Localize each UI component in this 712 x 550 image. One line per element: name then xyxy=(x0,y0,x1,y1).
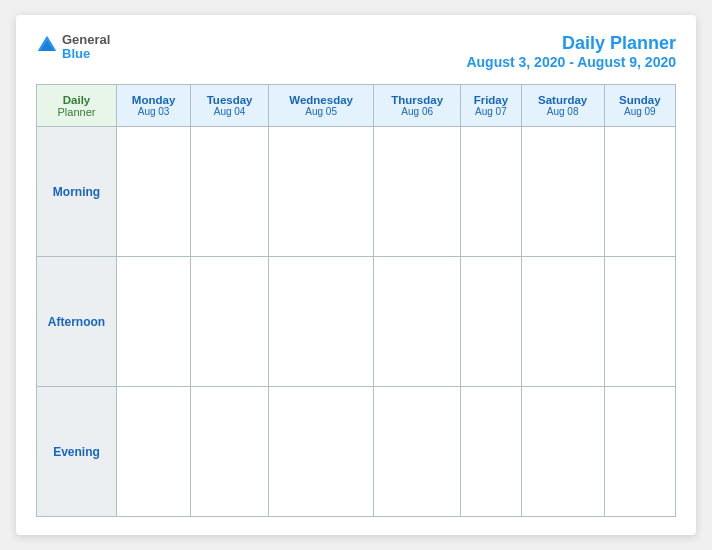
calendar-row: Afternoon xyxy=(37,257,676,387)
day-date: Aug 09 xyxy=(607,106,673,117)
cell-evening-sunday[interactable] xyxy=(604,387,675,517)
logo-text: General Blue xyxy=(62,33,110,62)
day-header-sunday: SundayAug 09 xyxy=(604,85,675,127)
cell-morning-tuesday[interactable] xyxy=(191,127,269,257)
cell-morning-saturday[interactable] xyxy=(521,127,604,257)
day-date: Aug 04 xyxy=(193,106,266,117)
header: General Blue Daily Planner August 3, 202… xyxy=(36,33,676,70)
day-name: Saturday xyxy=(524,94,602,106)
day-header-thursday: ThursdayAug 06 xyxy=(374,85,461,127)
cell-evening-friday[interactable] xyxy=(461,387,522,517)
cell-afternoon-sunday[interactable] xyxy=(604,257,675,387)
row-label-afternoon: Afternoon xyxy=(37,257,117,387)
cell-afternoon-tuesday[interactable] xyxy=(191,257,269,387)
day-name: Friday xyxy=(463,94,519,106)
row-label-evening: Evening xyxy=(37,387,117,517)
day-date: Aug 08 xyxy=(524,106,602,117)
logo-blue: Blue xyxy=(62,47,110,61)
day-header-saturday: SaturdayAug 08 xyxy=(521,85,604,127)
row-label-morning: Morning xyxy=(37,127,117,257)
day-name: Monday xyxy=(119,94,188,106)
planner-title: Daily Planner xyxy=(466,33,676,54)
day-date: Aug 06 xyxy=(376,106,458,117)
cell-morning-friday[interactable] xyxy=(461,127,522,257)
cell-morning-thursday[interactable] xyxy=(374,127,461,257)
title-block: Daily Planner August 3, 2020 - August 9,… xyxy=(466,33,676,70)
day-header-tuesday: TuesdayAug 04 xyxy=(191,85,269,127)
calendar-row: Morning xyxy=(37,127,676,257)
logo: General Blue xyxy=(36,33,110,62)
cell-evening-thursday[interactable] xyxy=(374,387,461,517)
cell-afternoon-wednesday[interactable] xyxy=(269,257,374,387)
logo-general: General xyxy=(62,33,110,47)
label-column-header: Daily Planner xyxy=(37,85,117,127)
cell-morning-wednesday[interactable] xyxy=(269,127,374,257)
cell-afternoon-thursday[interactable] xyxy=(374,257,461,387)
cell-evening-tuesday[interactable] xyxy=(191,387,269,517)
day-name: Thursday xyxy=(376,94,458,106)
day-header-wednesday: WednesdayAug 05 xyxy=(269,85,374,127)
calendar-table: Daily Planner MondayAug 03TuesdayAug 04W… xyxy=(36,84,676,517)
cell-evening-saturday[interactable] xyxy=(521,387,604,517)
cell-evening-monday[interactable] xyxy=(117,387,191,517)
calendar-row: Evening xyxy=(37,387,676,517)
cell-morning-monday[interactable] xyxy=(117,127,191,257)
label-col-bottom: Planner xyxy=(39,106,114,118)
day-header-friday: FridayAug 07 xyxy=(461,85,522,127)
cell-evening-wednesday[interactable] xyxy=(269,387,374,517)
day-date: Aug 03 xyxy=(119,106,188,117)
day-name: Sunday xyxy=(607,94,673,106)
cell-morning-sunday[interactable] xyxy=(604,127,675,257)
header-row: Daily Planner MondayAug 03TuesdayAug 04W… xyxy=(37,85,676,127)
generalblue-icon xyxy=(36,34,58,56)
page: General Blue Daily Planner August 3, 202… xyxy=(16,15,696,535)
day-date: Aug 05 xyxy=(271,106,371,117)
label-col-top: Daily xyxy=(39,94,114,106)
day-date: Aug 07 xyxy=(463,106,519,117)
cell-afternoon-friday[interactable] xyxy=(461,257,522,387)
day-name: Wednesday xyxy=(271,94,371,106)
day-name: Tuesday xyxy=(193,94,266,106)
cell-afternoon-monday[interactable] xyxy=(117,257,191,387)
day-header-monday: MondayAug 03 xyxy=(117,85,191,127)
cell-afternoon-saturday[interactable] xyxy=(521,257,604,387)
planner-dates: August 3, 2020 - August 9, 2020 xyxy=(466,54,676,70)
